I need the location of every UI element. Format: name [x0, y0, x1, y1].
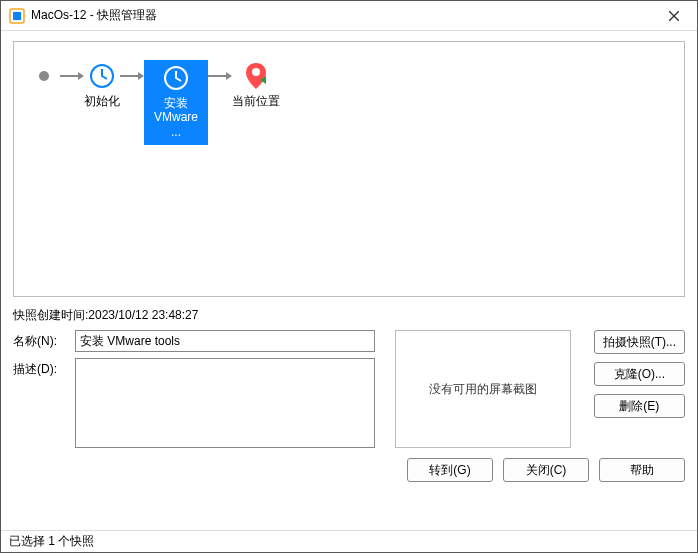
goto-button[interactable]: 转到(G) [407, 458, 493, 482]
name-input[interactable] [75, 330, 375, 352]
help-button[interactable]: 帮助 [599, 458, 685, 482]
preview-text: 没有可用的屏幕截图 [429, 381, 537, 398]
svg-point-12 [252, 68, 260, 76]
arrow-icon [208, 60, 232, 92]
svg-rect-1 [13, 12, 21, 20]
timeline-start[interactable] [28, 60, 60, 92]
close-dialog-button[interactable]: 关闭(C) [503, 458, 589, 482]
screenshot-preview: 没有可用的屏幕截图 [395, 330, 571, 448]
pin-icon [245, 62, 267, 90]
snapshot-details: 快照创建时间:2023/10/12 23:48:27 名称(N): 描述(D):… [13, 303, 685, 448]
close-button[interactable] [659, 2, 689, 30]
take-snapshot-button[interactable]: 拍摄快照(T)... [594, 330, 685, 354]
status-text: 已选择 1 个快照 [9, 533, 94, 550]
content-area: 初始化 安装 VMware ... [1, 31, 697, 530]
titlebar: MacOs-12 - 快照管理器 [1, 1, 697, 31]
status-bar: 已选择 1 个快照 [1, 530, 697, 552]
clock-icon [162, 64, 190, 92]
name-label: 名称(N): [13, 330, 69, 350]
side-actions: 拍摄快照(T)... 克隆(O)... 删除(E) [594, 330, 685, 448]
arrow-icon [60, 60, 84, 92]
window-title: MacOs-12 - 快照管理器 [31, 7, 659, 24]
details-form: 名称(N): 描述(D): [13, 330, 375, 448]
delete-button[interactable]: 删除(E) [594, 394, 685, 418]
created-time-label: 快照创建时间:2023/10/12 23:48:27 [13, 303, 685, 330]
current-label: 当前位置 [232, 94, 280, 108]
arrow-icon [120, 60, 144, 92]
snapshot-node-selected[interactable]: 安装 VMware ... [144, 60, 208, 145]
snapshot-label: 安装 VMware ... [146, 96, 206, 143]
dot-icon [39, 71, 49, 81]
app-icon [9, 8, 25, 24]
clone-button[interactable]: 克隆(O)... [594, 362, 685, 386]
description-input[interactable] [75, 358, 375, 448]
clock-icon [88, 62, 116, 90]
close-icon [669, 11, 679, 21]
snapshot-timeline: 初始化 安装 VMware ... [13, 41, 685, 297]
snapshot-node[interactable]: 初始化 [84, 60, 120, 108]
current-position-node[interactable]: 当前位置 [232, 60, 280, 108]
bottom-actions: 转到(G) 关闭(C) 帮助 [13, 448, 685, 486]
description-label: 描述(D): [13, 358, 69, 378]
snapshot-label: 初始化 [84, 94, 120, 108]
